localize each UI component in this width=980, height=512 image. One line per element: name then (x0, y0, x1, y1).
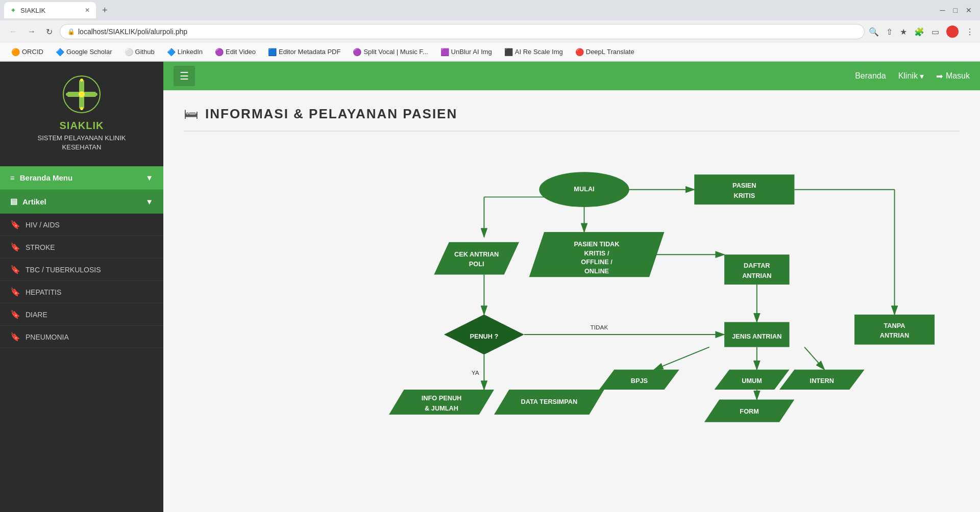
node-daftar-label1: DAFTAR (744, 262, 770, 269)
flowchart-svg: TIDAK YA (184, 142, 960, 427)
reload-button[interactable]: ↻ (43, 25, 56, 39)
sidebar-item-hiv-aids[interactable]: 🔖 HIV / AIDS (0, 214, 163, 236)
sidebar-item-pneumonia[interactable]: 🔖 PNEUMONIA (0, 326, 163, 348)
beranda-menu-label: Beranda Menu (20, 173, 72, 182)
user-avatar[interactable] (946, 25, 959, 38)
klinik-label: Klinik (898, 71, 918, 81)
sidebar: SIAKLIK SISTEM PELAYANAN KLINIKKESEHATAN… (0, 62, 163, 512)
svg-point-3 (79, 91, 85, 97)
node-info-penuh-label1: INFO PENUH (422, 394, 462, 402)
node-umum-label: UMUM (742, 377, 762, 385)
label-tidak: TIDAK (591, 324, 608, 330)
hiv-label: HIV / AIDS (26, 221, 60, 229)
nav-masuk[interactable]: ➡ Masuk (936, 71, 970, 81)
node-pasien-kritis-label: PASIEN (732, 182, 756, 189)
app-desc: SISTEM PELAYANAN KLINIKKESEHATAN (38, 134, 126, 152)
bookmark-google-scholar-label: Google Scholar (66, 48, 112, 56)
page-title-icon: 🛏 (184, 106, 198, 122)
node-jenis-label: JENIS ANTRIAN (732, 332, 781, 340)
bookmark-editor-metadata[interactable]: 🟦 Editor Metadata PDF (263, 46, 346, 58)
nav-klinik[interactable]: Klinik ▾ (898, 71, 924, 81)
tab-close-button[interactable]: ✕ (85, 7, 90, 14)
bookmark-ai-rescale-label: AI Re Scale Img (515, 48, 563, 56)
node-tanpa-label1: TANPA (884, 322, 905, 329)
bookmark-unblur[interactable]: 🟪 UnBlur AI Img (435, 46, 497, 58)
node-bpjs-label: BPJS (631, 377, 648, 385)
search-icon[interactable]: 🔍 (869, 27, 879, 37)
url-bar[interactable]: 🔒 localhost/SIAKLIK/poli/alurpoli.php (60, 24, 865, 39)
sidebar-item-hepatitis[interactable]: 🔖 HEPATITIS (0, 281, 163, 303)
browser-titlebar: ✦ SIAKLIK ✕ + ─ □ ✕ (0, 0, 980, 20)
bookmark-edit-video[interactable]: 🟣 Edit Video (210, 46, 261, 58)
bookmark-icon-diare: 🔖 (10, 310, 20, 319)
forward-button[interactable]: → (24, 25, 39, 38)
page-wrapper: SIAKLIK SISTEM PELAYANAN KLINIKKESEHATAN… (0, 62, 980, 512)
bookmark-orcid[interactable]: 🟠 ORCID (6, 46, 48, 58)
bookmark-ai-rescale[interactable]: ⬛ AI Re Scale Img (499, 46, 568, 58)
close-button[interactable]: ✕ (966, 6, 972, 14)
share-icon[interactable]: ⇧ (886, 27, 893, 37)
new-tab-button[interactable]: + (98, 5, 112, 16)
menu-icon[interactable]: ⋮ (966, 27, 974, 37)
minimize-button[interactable]: ─ (940, 6, 945, 14)
linkedin-icon: 🔷 (167, 48, 176, 56)
restore-button[interactable]: □ (953, 6, 958, 14)
editor-metadata-icon: 🟦 (268, 48, 277, 56)
bookmark-icon-stroke: 🔖 (10, 242, 20, 252)
page-title: INFORMASI & PELAYANAN PASIEN (205, 106, 457, 122)
artikel-label: Artikel (22, 197, 46, 206)
lock-icon: 🔒 (67, 28, 75, 35)
label-tidak-kritis-1: PASIEN TIDAK (574, 240, 620, 248)
unblur-icon: 🟪 (440, 48, 449, 56)
bookmark-deepl[interactable]: 🔴 DeepL Translate (570, 46, 640, 58)
sidebar-item-stroke[interactable]: 🔖 STROKE (0, 236, 163, 259)
deepl-icon: 🔴 (575, 48, 584, 56)
beranda-menu-icon: ≡ (10, 173, 15, 182)
github-icon: ⚪ (125, 48, 133, 56)
sidebar-item-artikel[interactable]: ▤ Artikel ▼ (0, 190, 163, 214)
bookmarks-bar: 🟠 ORCID 🔷 Google Scholar ⚪ Github 🔷 Link… (0, 43, 980, 61)
label-tidak-kritis-4: ONLINE (584, 267, 609, 275)
bookmark-icon[interactable]: ★ (900, 27, 907, 37)
node-pasien-kritis (694, 174, 794, 204)
top-nav-links: Beranda Klinik ▾ ➡ Masuk (855, 71, 970, 81)
bookmark-icon-hepatitis: 🔖 (10, 287, 20, 297)
artikel-arrow: ▼ (145, 197, 153, 206)
node-pasien-kritis-label2: KRITIS (733, 192, 755, 199)
node-info-penuh-label2: & JUMLAH (425, 404, 458, 412)
label-ya: YA (472, 369, 479, 376)
bookmark-google-scholar[interactable]: 🔷 Google Scholar (51, 46, 117, 58)
bookmark-unblur-label: UnBlur AI Img (451, 48, 492, 56)
node-penuh-label: PENUH ? (470, 332, 498, 340)
svg-point-5 (80, 107, 83, 110)
hamburger-button[interactable]: ☰ (174, 66, 195, 86)
back-button[interactable]: ← (6, 25, 20, 38)
extension-icon[interactable]: 🧩 (914, 27, 924, 37)
node-form-label: FORM (740, 407, 758, 415)
bookmark-split-vocal-label: Split Vocal | Music F... (363, 48, 428, 56)
node-tanpa-antrian (854, 315, 935, 345)
sidebar-toggle-icon[interactable]: ▭ (932, 27, 939, 37)
bookmark-split-vocal[interactable]: 🟣 Split Vocal | Music F... (348, 46, 433, 58)
bookmark-edit-video-label: Edit Video (226, 48, 256, 56)
bookmark-icon-pneumonia: 🔖 (10, 332, 20, 342)
sidebar-item-tbc[interactable]: 🔖 TBC / TUBERKULOSIS (0, 259, 163, 281)
bookmark-linkedin[interactable]: 🔷 LinkedIn (162, 46, 208, 58)
arrow-jenis-bpjs (654, 347, 709, 370)
sidebar-item-beranda-menu[interactable]: ≡ Beranda Menu ▼ (0, 166, 163, 190)
browser-tab[interactable]: ✦ SIAKLIK ✕ (4, 2, 96, 18)
bookmark-github[interactable]: ⚪ Github (119, 46, 160, 58)
node-cek-antrian (434, 242, 519, 275)
sidebar-item-diare[interactable]: 🔖 DIARE (0, 303, 163, 326)
google-scholar-icon: 🔷 (56, 48, 64, 56)
arrow-jenis-intern (804, 347, 824, 370)
bookmark-github-label: Github (135, 48, 155, 56)
app-name: SIAKLIK (60, 120, 104, 132)
pneumonia-label: PNEUMONIA (26, 333, 69, 341)
artikel-icon: ▤ (10, 197, 17, 206)
label-tidak-kritis-2: KRITIS / (584, 249, 609, 257)
nav-beranda[interactable]: Beranda (855, 71, 886, 81)
browser-toolbar-right: 🔍 ⇧ ★ 🧩 ▭ ⋮ (869, 25, 974, 38)
node-cek-antrian-label2: POLI (469, 260, 484, 268)
node-cek-antrian-label: CEK ANTRIAN (454, 250, 499, 258)
